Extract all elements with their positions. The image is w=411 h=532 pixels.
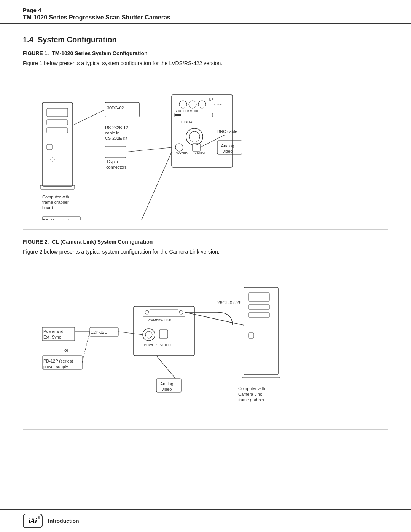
svg-text:BNC cable: BNC cable [217,129,237,134]
figure1-diagram: Computer with frame-grabber board 30DG-0… [23,72,388,230]
svg-text:OR: OR [88,220,95,220]
svg-rect-1 [47,108,68,117]
svg-text:Power and: Power and [43,329,64,334]
svg-text:or: or [64,348,68,353]
svg-point-14 [179,101,187,108]
registered-mark: ® [38,516,40,519]
svg-text:PD-12 (series): PD-12 (series) [43,219,70,220]
figure2-svg: CAMERA LINK POWER VIDEO 26CL-02-26 [31,268,343,420]
svg-line-35 [126,147,172,152]
figure1-svg: Computer with frame-grabber board 30DG-0… [31,80,343,220]
svg-point-23 [186,128,203,145]
svg-text:board: board [42,205,53,210]
figure2-diagram: CAMERA LINK POWER VIDEO 26CL-02-26 [23,260,388,430]
svg-text:CAMERA LINK: CAMERA LINK [148,318,172,322]
figure2-title: FIGURE 2. CL (Camera Link) System Config… [23,239,388,245]
svg-line-51 [132,152,172,220]
svg-point-58 [143,329,155,341]
svg-rect-65 [244,287,278,375]
svg-rect-56 [150,310,178,315]
main-content: 1.4 System Configuration FIGURE 1. TM-10… [0,24,411,469]
svg-line-74 [185,312,244,325]
svg-text:frame grabber: frame grabber [238,398,264,402]
svg-text:power supply: power supply [43,364,68,369]
svg-text:frame-grabber: frame-grabber [42,200,69,204]
svg-text:UP: UP [209,97,214,101]
svg-point-59 [145,331,152,338]
footer-section-label: Introduction [48,518,79,524]
svg-rect-2 [47,120,68,125]
svg-line-81 [118,332,143,335]
figure1-title: FIGURE 1. TM-1020 Series System Configur… [23,50,388,56]
document-title: TM-1020 Series Progressive Scan Shutter … [23,14,388,21]
svg-text:26CL-02-26: 26CL-02-26 [217,300,242,305]
logo-text: iAi [29,517,37,525]
svg-rect-52 [134,306,194,356]
svg-text:PD-12P (series): PD-12P (series) [43,359,73,363]
svg-text:POWER: POWER [144,343,157,347]
svg-point-5 [51,158,54,161]
page-header: Page 4 TM-1020 Series Progressive Scan S… [0,0,411,24]
svg-text:video: video [162,387,172,391]
svg-rect-68 [249,312,269,318]
svg-rect-67 [249,304,269,310]
svg-text:Analog: Analog [160,382,173,386]
svg-point-54 [145,310,149,314]
svg-text:video: video [223,149,233,153]
svg-line-87 [156,356,175,379]
svg-rect-61 [159,330,168,338]
svg-text:Computer with: Computer with [42,195,69,199]
svg-text:Computer with: Computer with [238,386,265,391]
svg-rect-66 [249,293,269,301]
figure2-description: Figure 2 below presents a typical system… [23,249,388,255]
svg-rect-21 [175,114,181,116]
svg-text:DIGITAL: DIGITAL [181,120,194,124]
svg-text:VIDEO: VIDEO [160,343,171,347]
svg-line-12 [73,110,105,125]
svg-text:CS-232E kit: CS-232E kit [105,136,127,141]
figure1-description: Figure 1 below presents a typical system… [23,60,388,66]
svg-text:Analog: Analog [221,144,234,148]
svg-text:Camera Link: Camera Link [238,392,262,396]
svg-text:Ext. Sync: Ext. Sync [43,335,61,339]
svg-rect-3 [47,128,68,133]
svg-rect-32 [105,146,126,158]
svg-text:POWER: POWER [175,151,188,155]
section-title: 1.4 System Configuration [23,35,388,44]
svg-rect-53 [143,308,185,316]
page-footer: iAi ® Introduction [0,509,411,532]
svg-text:12-pin: 12-pin [106,160,118,164]
svg-text:cable in: cable in [105,131,119,135]
svg-point-15 [189,101,196,108]
svg-point-16 [198,101,206,108]
svg-text:SHUTTER  MODE: SHUTTER MODE [175,109,199,113]
company-logo: iAi ® [23,514,43,528]
svg-text:RS-232B-12: RS-232B-12 [105,125,128,130]
svg-rect-4 [47,144,52,150]
svg-text:DOWN: DOWN [213,103,223,106]
page-number: Page 4 [23,7,388,13]
svg-line-86 [82,332,90,363]
svg-point-27 [175,144,183,151]
svg-text:connectors: connectors [106,165,127,169]
svg-rect-69 [249,333,254,338]
svg-point-24 [189,131,200,142]
svg-text:12P-02S: 12P-02S [91,330,107,334]
svg-text:30DG-02: 30DG-02 [107,105,124,110]
svg-point-55 [179,310,183,314]
